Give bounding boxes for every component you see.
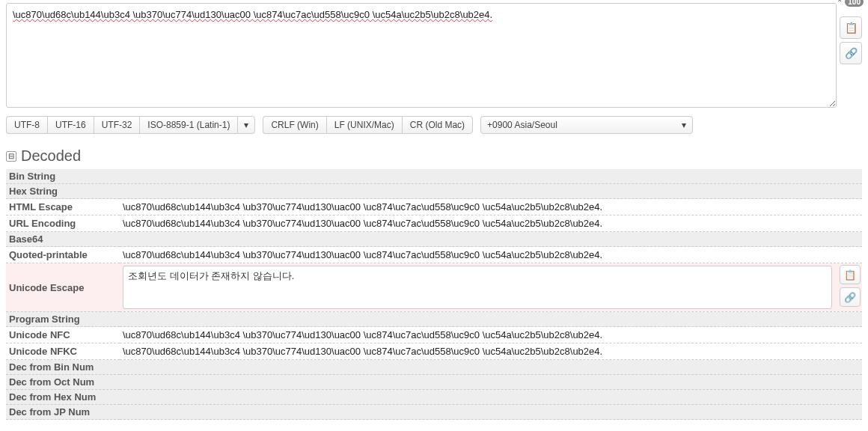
row-label: Hex String (6, 184, 120, 199)
row-html-escape: HTML Escape \uc870\ud68c\ub144\ub3c4 \ub… (6, 199, 862, 216)
row-dec-bin: Dec from Bin Num (6, 360, 862, 375)
row-value (120, 312, 862, 327)
row-bin-string: Bin String (6, 169, 862, 184)
row-value-cell: 조회년도 데이터가 존재하지 않습니다. 📋 🔗 (120, 263, 862, 312)
row-dec-oct: Dec from Oct Num (6, 375, 862, 390)
row-value (120, 360, 862, 375)
encoding-more-dropdown[interactable]: ▾ (237, 116, 255, 134)
row-url-encoding: URL Encoding \uc870\ud68c\ub144\ub3c4 \u… (6, 216, 862, 232)
row-label: Program String (6, 312, 120, 327)
decoded-section-header: ⊟ Decoded (6, 147, 862, 165)
row-value[interactable]: \uc870\ud68c\ub144\ub3c4 \ub370\uc774\ud… (120, 327, 862, 343)
row-program-string: Program String (6, 312, 862, 327)
toolbar: UTF-8 UTF-16 UTF-32 ISO-8859-1 (Latin-1)… (6, 116, 862, 134)
row-label: Dec from JP Num (6, 405, 120, 420)
encoding-utf32-button[interactable]: UTF-32 (94, 116, 140, 134)
char-count-badge: 100 (845, 0, 864, 7)
chevron-down-icon: ▾ (682, 120, 686, 130)
row-unicode-escape: Unicode Escape 조회년도 데이터가 존재하지 않습니다. 📋 🔗 (6, 263, 862, 312)
chevron-down-icon: ▾ (244, 120, 248, 130)
permalink-button[interactable]: 🔗 (840, 287, 861, 307)
row-hex-string: Hex String (6, 184, 862, 199)
row-value[interactable]: \uc870\ud68c\ub144\ub3c4 \ub370\uc774\ud… (120, 343, 862, 360)
row-value[interactable]: \uc870\ud68c\ub144\ub3c4 \ub370\uc774\ud… (120, 199, 862, 216)
encoding-iso-button[interactable]: ISO-8859-1 (Latin-1) (139, 116, 237, 134)
row-label: Dec from Hex Num (6, 390, 120, 405)
input-textarea[interactable] (6, 3, 837, 108)
row-label: Unicode NFC (6, 327, 120, 343)
row-label: Unicode NFKC (6, 343, 120, 360)
row-label: Base64 (6, 232, 120, 247)
unicode-escape-text: 조회년도 데이터가 존재하지 않습니다. (128, 270, 294, 281)
row-label: Dec from Bin Num (6, 360, 120, 375)
encoding-utf16-button[interactable]: UTF-16 (47, 116, 94, 134)
row-label: HTML Escape (6, 199, 120, 216)
lineend-lf-button[interactable]: LF (UNIX/Mac) (326, 116, 402, 134)
row-label: Dec from Oct Num (6, 375, 120, 390)
row-value (120, 169, 862, 184)
minus-box-icon: ⊟ (8, 153, 14, 160)
row-unicode-nfc: Unicode NFC \uc870\ud68c\ub144\ub3c4 \ub… (6, 327, 862, 343)
row-unicode-nfkc: Unicode NFKC \uc870\ud68c\ub144\ub3c4 \u… (6, 343, 862, 360)
link-icon: 🔗 (844, 292, 856, 303)
encoding-utf8-button[interactable]: UTF-8 (6, 116, 47, 134)
row-label: Quoted-printable (6, 247, 120, 263)
lineend-cr-button[interactable]: CR (Old Mac) (402, 116, 473, 134)
encoding-group: UTF-8 UTF-16 UTF-32 ISO-8859-1 (Latin-1)… (6, 116, 255, 134)
link-icon: 🔗 (845, 47, 858, 59)
lineend-crlf-button[interactable]: CRLF (Win) (263, 116, 326, 134)
collapse-toggle[interactable]: ⊟ (6, 151, 16, 162)
timezone-select[interactable]: +0900 Asia/Seoul ▾ (480, 116, 693, 134)
clipboard-icon: 📋 (845, 22, 858, 34)
copy-button[interactable]: 📋 (840, 265, 861, 284)
row-base64: Base64 (6, 232, 862, 247)
section-title: Decoded (21, 147, 81, 165)
decoded-table: Bin String Hex String HTML Escape \uc870… (6, 169, 862, 420)
row-value (120, 375, 862, 390)
permalink-button[interactable]: 🔗 (840, 42, 862, 64)
clipboard-icon: 📋 (844, 269, 856, 281)
row-label: Unicode Escape (6, 263, 120, 312)
row-value (120, 405, 862, 420)
input-textarea-container: \uc870\ud68c\ub144\ub3c4 \ub370\uc774\ud… (6, 3, 837, 110)
row-label: Bin String (6, 169, 120, 184)
unicode-escape-side-buttons: 📋 🔗 (840, 265, 861, 307)
copy-button[interactable]: 📋 (840, 16, 862, 39)
timezone-selected-label: +0900 Asia/Seoul (487, 120, 557, 130)
row-value[interactable]: \uc870\ud68c\ub144\ub3c4 \ub370\uc774\ud… (120, 247, 862, 263)
row-quoted-printable: Quoted-printable \uc870\ud68c\ub144\ub3c… (6, 247, 862, 263)
row-value (120, 232, 862, 247)
unicode-escape-output[interactable]: 조회년도 데이터가 존재하지 않습니다. (123, 266, 832, 309)
row-value (120, 184, 862, 199)
lineend-group: CRLF (Win) LF (UNIX/Mac) CR (Old Mac) (263, 116, 473, 134)
row-value[interactable]: \uc870\ud68c\ub144\ub3c4 \ub370\uc774\ud… (120, 216, 862, 232)
row-label: URL Encoding (6, 216, 120, 232)
input-side-buttons: ⌃ 100 📋 🔗 (840, 3, 862, 64)
row-value (120, 390, 862, 405)
row-dec-hex: Dec from Hex Num (6, 390, 862, 405)
row-dec-jp: Dec from JP Num (6, 405, 862, 420)
collapse-caret-icon[interactable]: ⌃ (837, 0, 843, 7)
